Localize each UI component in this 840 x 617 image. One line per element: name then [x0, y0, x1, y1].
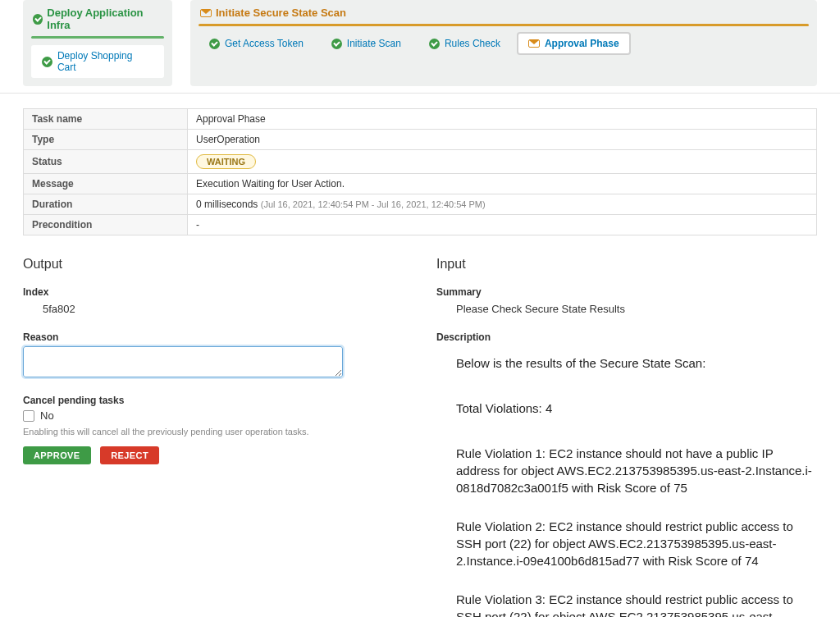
- approve-button[interactable]: APPROVE: [23, 446, 91, 464]
- task-deploy-shopping-cart[interactable]: Deploy Shopping Cart: [31, 45, 164, 78]
- table-row: Status WAITING: [24, 150, 817, 174]
- detail-value: -: [188, 215, 817, 235]
- table-row: Duration 0 milliseconds (Jul 16, 2021, 1…: [24, 194, 817, 215]
- progress-bar: [199, 24, 809, 26]
- summary-label: Summary: [436, 286, 817, 298]
- detail-key: Duration: [24, 194, 188, 215]
- cancel-checkbox[interactable]: [23, 410, 34, 422]
- index-value: 5fa802: [23, 301, 404, 327]
- description-line: Total Violations: 4: [456, 400, 817, 417]
- task-label: Initiate Scan: [347, 38, 401, 49]
- detail-key: Message: [24, 174, 188, 194]
- description-line: Rule Violation 2: EC2 instance should re…: [456, 518, 817, 569]
- detail-value: UserOperation: [188, 130, 817, 150]
- task-get-access-token[interactable]: Get Access Token: [199, 33, 314, 54]
- progress-bar: [31, 36, 164, 39]
- status-badge: WAITING: [196, 154, 256, 169]
- index-label: Index: [23, 286, 404, 298]
- output-panel: Output Index 5fa802 Reason Cancel pendin…: [23, 252, 404, 617]
- check-circle-icon: [209, 39, 220, 49]
- task-approval-phase[interactable]: Approval Phase: [518, 33, 630, 54]
- description-line: Below is the results of the Secure State…: [456, 354, 817, 372]
- detail-value: Execution Waiting for User Action.: [188, 174, 817, 194]
- check-circle-icon: [42, 57, 52, 67]
- detail-key: Status: [24, 150, 188, 174]
- detail-key: Type: [24, 130, 188, 150]
- cancel-helper-text: Enabling this will cancel all the previo…: [23, 427, 404, 436]
- stage-title: Initiate Secure State Scan: [216, 7, 346, 19]
- reason-input[interactable]: [23, 346, 343, 377]
- stage-secure-state-scan: Initiate Secure State Scan Get Access To…: [190, 0, 817, 86]
- task-label: Approval Phase: [545, 38, 619, 49]
- description-label: Description: [436, 331, 817, 343]
- description-line: Rule Violation 1: EC2 instance should no…: [456, 445, 817, 496]
- detail-key: Task name: [24, 109, 188, 130]
- input-heading: Input: [436, 257, 817, 272]
- detail-value: WAITING: [188, 150, 817, 174]
- reason-label: Reason: [23, 331, 404, 343]
- duration-value: 0 milliseconds: [196, 199, 258, 210]
- task-label: Rules Check: [445, 38, 500, 49]
- output-heading: Output: [23, 257, 404, 272]
- description-line: Rule Violation 3: EC2 instance should re…: [456, 591, 817, 617]
- table-row: Task name Approval Phase: [24, 109, 817, 130]
- table-row: Type UserOperation: [24, 130, 817, 150]
- check-circle-icon: [33, 14, 43, 25]
- duration-timestamp: (Jul 16, 2021, 12:40:54 PM - Jul 16, 202…: [261, 199, 486, 209]
- task-rules-check[interactable]: Rules Check: [418, 33, 511, 54]
- task-initiate-scan[interactable]: Initiate Scan: [321, 33, 412, 54]
- mail-icon: [528, 39, 540, 48]
- check-circle-icon: [429, 39, 440, 49]
- mail-icon: [200, 9, 212, 17]
- reject-button[interactable]: REJECT: [100, 446, 159, 464]
- task-label: Deploy Shopping Cart: [57, 50, 153, 73]
- table-row: Message Execution Waiting for User Actio…: [24, 174, 817, 194]
- table-row: Precondition -: [24, 215, 817, 235]
- task-details-table: Task name Approval Phase Type UserOperat…: [23, 108, 817, 235]
- detail-key: Precondition: [24, 215, 188, 235]
- check-circle-icon: [331, 39, 342, 49]
- summary-value: Please Check Secure State Results: [436, 301, 817, 327]
- input-panel: Input Summary Please Check Secure State …: [436, 252, 817, 617]
- cancel-label: Cancel pending tasks: [23, 395, 404, 406]
- pipeline-stages: Deploy Application Infra Deploy Shopping…: [0, 0, 840, 94]
- detail-value: Approval Phase: [188, 109, 817, 130]
- detail-value: 0 milliseconds (Jul 16, 2021, 12:40:54 P…: [188, 194, 817, 215]
- stage-deploy-infra: Deploy Application Infra Deploy Shopping…: [23, 0, 172, 86]
- stage-title: Deploy Application Infra: [47, 7, 162, 31]
- task-label: Get Access Token: [225, 38, 304, 49]
- cancel-option-text: No: [40, 409, 54, 422]
